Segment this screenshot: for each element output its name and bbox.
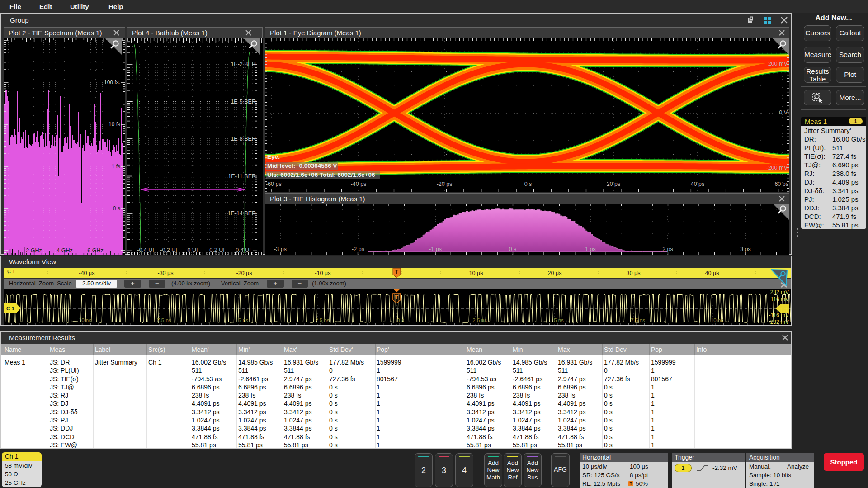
svg-text:-5 ns: -5 ns (236, 317, 248, 323)
svg-text:-40 µs: -40 µs (79, 270, 95, 276)
svg-text:-60 ps: -60 ps (266, 181, 282, 187)
svg-text:0 UI: 0 UI (188, 247, 198, 253)
svg-text:-0.2 UI: -0.2 UI (160, 247, 177, 253)
svg-text:1E-11 BER: 1E-11 BER (228, 173, 256, 180)
svg-text:C 1: C 1 (7, 269, 15, 274)
svg-text:1E-14 BER: 1E-14 BER (227, 210, 256, 217)
svg-text:T: T (395, 269, 398, 275)
svg-text:30 µs: 30 µs (627, 270, 641, 276)
svg-text:116 mV: 116 mV (771, 296, 789, 303)
svg-text:6 GHz: 6 GHz (87, 247, 103, 254)
svg-text:-30 µs: -30 µs (158, 270, 174, 276)
svg-text:10 ns: 10 ns (711, 317, 723, 323)
svg-text:40 ps: 40 ps (691, 181, 705, 187)
svg-text:0 s: 0 s (397, 317, 404, 323)
svg-text:0 s: 0 s (524, 181, 532, 187)
svg-text:-10 ns: -10 ns (77, 317, 91, 323)
svg-text:60 ps: 60 ps (774, 181, 788, 187)
svg-text:1 ps: 1 ps (585, 246, 596, 252)
svg-text:2.5 ns: 2.5 ns (472, 317, 487, 323)
svg-text:5 ns: 5 ns (554, 317, 564, 323)
svg-text:1 fs: 1 fs (112, 163, 120, 170)
svg-text:232 mV: 232 mV (770, 289, 789, 295)
svg-text:0.4 UI: 0.4 UI (236, 247, 250, 253)
svg-text:T: T (395, 294, 398, 300)
svg-text:-0.4 UI: -0.4 UI (137, 247, 154, 253)
svg-text:1E-5 BER: 1E-5 BER (231, 99, 256, 105)
svg-text:-20 ps: -20 ps (437, 181, 453, 187)
svg-text:-232 mV: -232 mV (769, 319, 789, 325)
svg-text:0 s: 0 s (509, 246, 517, 252)
svg-text:UIs: 6002/1.6e+06 Total:: UIs: 6002/1.6e+06 Total: 6002/1.6e+06 (267, 171, 375, 178)
svg-text:-40 ps: -40 ps (351, 181, 367, 187)
svg-text:20 ps: 20 ps (607, 181, 621, 187)
svg-text:100 fs.: 100 fs. (104, 79, 120, 85)
svg-text:20 µs: 20 µs (548, 270, 562, 276)
svg-text:10 fs: 10 fs (108, 121, 120, 128)
svg-text:4 GHz: 4 GHz (57, 247, 72, 254)
svg-text:-200 mV: -200 mV (766, 165, 788, 171)
svg-text:1E-2 BER: 1E-2 BER (231, 61, 256, 67)
svg-text:0 s: 0 s (113, 205, 120, 212)
svg-text:-2 ps: -2 ps (352, 246, 364, 252)
svg-text:10 µs: 10 µs (469, 270, 483, 276)
svg-text:40 µs: 40 µs (705, 270, 719, 276)
svg-text:2 ps: 2 ps (662, 246, 673, 252)
svg-text:7.5 ns: 7.5 ns (631, 317, 645, 323)
svg-text:-116 mV: -116 mV (769, 312, 789, 318)
svg-text:3 ps: 3 ps (740, 246, 751, 252)
svg-text:0 V: 0 V (779, 109, 788, 116)
svg-text:-1 ps: -1 ps (429, 246, 442, 252)
svg-text:-3 ps: -3 ps (274, 246, 287, 252)
svg-text:200 mV: 200 mV (768, 61, 788, 67)
svg-text:C 1: C 1 (6, 306, 15, 311)
svg-text:-20 µs: -20 µs (236, 270, 252, 276)
svg-text:0.2 UI: 0.2 UI (209, 247, 224, 253)
svg-text:2 GHz: 2 GHz (26, 247, 42, 254)
svg-text:1E-8 BER: 1E-8 BER (231, 136, 256, 142)
svg-text:Mid-level: -0.00364566 V: Mid-level: -0.00364566 V (267, 162, 337, 169)
svg-text:Eye:: Eye: (267, 153, 280, 160)
svg-text:-7.5 ns: -7.5 ns (155, 317, 171, 323)
svg-text:-2.5 ns: -2.5 ns (313, 317, 329, 323)
svg-text:-10 µs: -10 µs (315, 270, 331, 276)
